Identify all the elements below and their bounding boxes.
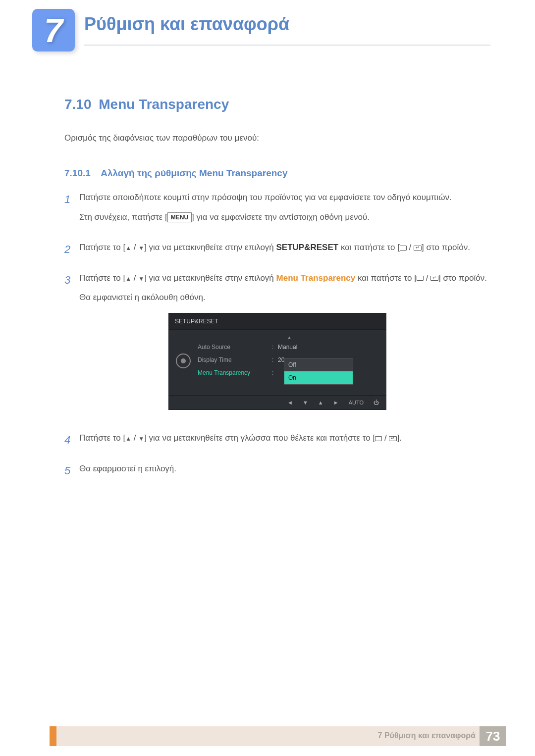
step-3-after: Θα εμφανιστεί η ακόλουθη οθόνη. [79,291,488,304]
osd-up-arrow-icon: ▲ [198,334,381,341]
osd-knob-icon [174,334,193,388]
footer-accent [50,726,56,746]
header-divider [84,45,490,46]
osd-footer-left-icon: ◄ [287,399,293,407]
step-5: 5 Θα εφαρμοστεί η επιλογή. [64,462,488,482]
step-number: 1 [64,191,79,230]
rect-icon [375,436,382,441]
section-title: Menu Transparency [99,97,229,112]
page-header: 7 Ρύθμιση και επαναφορά [0,0,535,54]
step-number: 5 [64,462,79,482]
down-icon: ▼ [138,435,144,442]
osd-footer-down-icon: ▼ [303,399,308,407]
rect-icon [417,276,424,281]
menu-key-icon: MENU [167,212,192,222]
osd-option-off: Off [284,358,353,371]
step-5-text: Θα εφαρμοστεί η επιλογή. [79,462,488,475]
subsection-title: Αλλαγή της ρύθμισης Menu Transparency [101,168,287,178]
footer-text: 7 Ρύθμιση και επαναφορά [378,731,476,740]
osd-footer-power-icon: ⏻ [374,399,379,407]
subsection-heading: 7.10.1 Αλλαγή της ρύθμισης Menu Transpar… [64,166,488,181]
osd-footer: ◄ ▼ ▲ ► AUTO ⏻ [169,395,386,407]
step-1-p2: Στη συνέχεια, πατήστε [MENU] για να εμφα… [79,211,488,224]
chapter-badge: 7 [32,9,75,51]
step-number: 3 [64,272,79,421]
chapter-number: 7 [44,11,63,50]
section-intro: Ορισμός της διαφάνειας των παραθύρων του… [64,132,488,145]
up-icon: ▲ [125,275,131,282]
step-2-text: Πατήστε το [▲ / ▼] για να μετακινηθείτε … [79,241,488,254]
steps-list: 1 Πατήστε οποιοδήποτε κουμπί στην πρόσοψ… [64,191,488,482]
step-3: 3 Πατήστε το [▲ / ▼] για να μετακινηθείτ… [64,272,488,421]
section-heading: 7.10 Menu Transparency [64,94,488,115]
enter-icon [430,276,438,281]
down-icon: ▼ [138,245,144,252]
osd-title: SETUP&RESET [169,313,386,330]
content-area: 7.10 Menu Transparency Ορισμός της διαφά… [0,54,535,482]
osd-dropdown: Off On [284,358,353,385]
rect-icon [400,246,407,251]
section-number: 7.10 [64,97,92,112]
chapter-title: Ρύθμιση και επαναφορά [84,14,289,35]
menu-transparency-label: Menu Transparency [276,273,356,283]
enter-icon [414,246,422,251]
up-icon: ▲ [125,435,131,442]
setup-reset-label: SETUP&RESET [276,243,339,252]
osd-screenshot: SETUP&RESET ▲ Auto Source : Manual [168,313,386,410]
subsection-number: 7.10.1 [64,168,91,178]
footer-page-number: 73 [480,726,506,746]
step-2: 2 Πατήστε το [▲ / ▼] για να μετακινηθείτ… [64,241,488,261]
step-number: 4 [64,432,79,452]
osd-footer-auto: AUTO [349,399,364,407]
osd-footer-right-icon: ► [333,399,339,407]
page-footer: 7 Ρύθμιση και επαναφορά 73 [0,726,535,750]
step-1-p1: Πατήστε οποιοδήποτε κουμπί στην πρόσοψη … [79,191,488,204]
step-4-text: Πατήστε το [▲ / ▼] για να μετακινηθείτε … [79,432,488,445]
osd-option-on: On [284,371,353,384]
step-1: 1 Πατήστε οποιοδήποτε κουμπί στην πρόσοψ… [64,191,488,230]
osd-row-auto-source: Auto Source : Manual [198,341,381,353]
up-icon: ▲ [125,245,131,252]
step-4: 4 Πατήστε το [▲ / ▼] για να μετακινηθείτ… [64,432,488,452]
osd-footer-up-icon: ▲ [318,399,323,407]
step-number: 2 [64,241,79,261]
down-icon: ▼ [138,275,144,282]
step-3-text: Πατήστε το [▲ / ▼] για να μετακινηθείτε … [79,272,488,285]
enter-icon [389,436,397,441]
